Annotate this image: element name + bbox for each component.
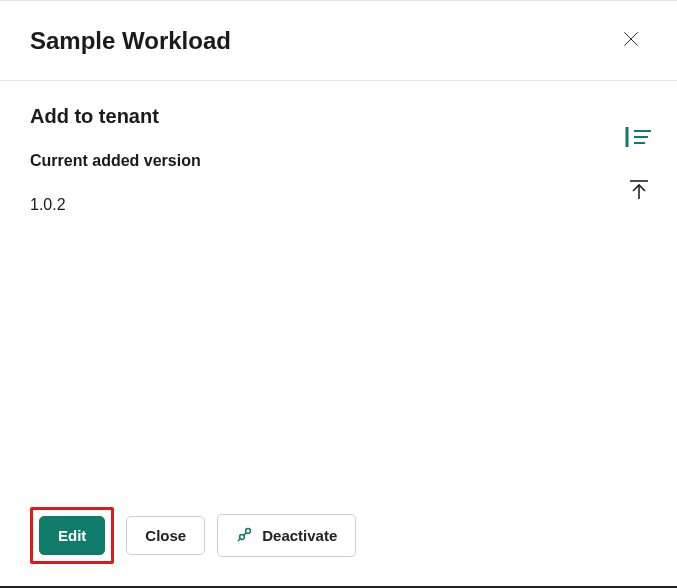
deactivate-icon	[236, 525, 254, 546]
version-label: Current added version	[30, 152, 647, 170]
close-footer-button[interactable]: Close	[126, 516, 205, 555]
edit-highlight: Edit	[30, 507, 114, 564]
deactivate-button[interactable]: Deactivate	[217, 514, 356, 557]
panel-footer: Edit Close Deactivate	[30, 507, 356, 564]
edit-button[interactable]: Edit	[39, 516, 105, 555]
side-actions	[625, 126, 653, 204]
scroll-top-button[interactable]	[628, 179, 650, 204]
panel-content: Add to tenant Current added version 1.0.…	[0, 81, 677, 214]
close-icon	[621, 29, 641, 52]
svg-line-11	[238, 539, 240, 541]
version-value: 1.0.2	[30, 196, 647, 214]
panel-title: Sample Workload	[30, 27, 231, 55]
close-button[interactable]	[615, 23, 647, 58]
section-title: Add to tenant	[30, 105, 647, 128]
panel-header: Sample Workload	[0, 1, 677, 81]
close-footer-label: Close	[145, 527, 186, 544]
edit-button-label: Edit	[58, 527, 86, 544]
deactivate-label: Deactivate	[262, 527, 337, 544]
list-icon	[625, 126, 653, 151]
svg-line-10	[244, 533, 247, 536]
list-view-button[interactable]	[625, 126, 653, 151]
arrow-top-icon	[628, 179, 650, 204]
